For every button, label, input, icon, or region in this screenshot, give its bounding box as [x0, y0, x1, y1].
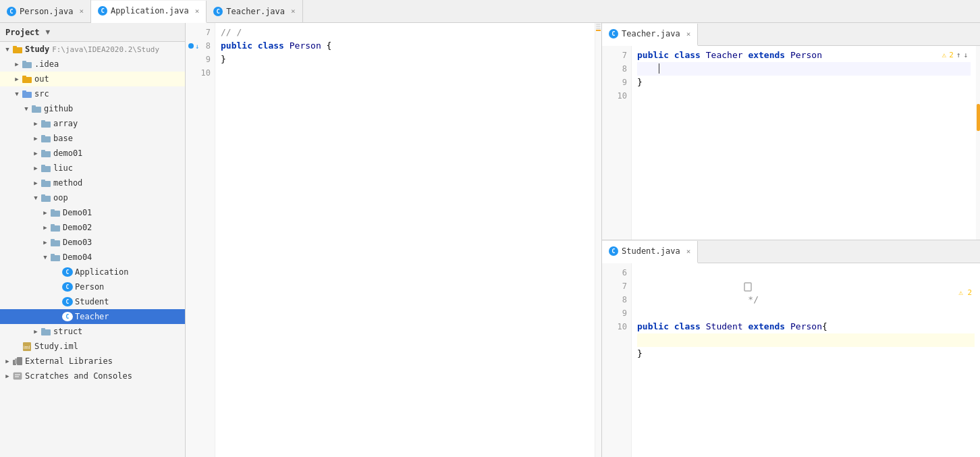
- tab-application[interactable]: C Application.java ×: [91, 1, 207, 23]
- svg-rect-12: [41, 136, 51, 142]
- person-line-7: // /: [221, 26, 589, 39]
- teacher-line-8: [637, 62, 971, 76]
- svg-rect-15: [41, 150, 45, 152]
- sidebar-item-github[interactable]: ▼ github: [0, 101, 185, 116]
- svg-rect-14: [41, 151, 51, 157]
- src-label: src: [34, 89, 49, 99]
- sidebar-item-struct[interactable]: ▶ struct: [0, 324, 185, 339]
- tab-teacher[interactable]: C Teacher.java ×: [207, 0, 302, 22]
- svg-rect-30: [41, 329, 51, 335]
- svg-rect-2: [22, 62, 32, 68]
- sidebar-item-out[interactable]: ▶ out: [0, 72, 185, 86]
- student-editor-content[interactable]: 6 7 8 9 10 */: [602, 263, 980, 457]
- scratches-icon: [12, 371, 23, 381]
- tab-teacher-inner[interactable]: C Teacher.java ×: [602, 24, 698, 46]
- tab-teacher-close[interactable]: ×: [291, 7, 296, 16]
- code-area-person: 7 ↓ 8 9 10 // / public class Person {: [186, 23, 601, 457]
- array-folder-icon: [40, 119, 51, 128]
- person-line-8: public class Person {: [221, 39, 589, 53]
- Demo02-folder-icon: [50, 223, 61, 232]
- github-label: github: [44, 104, 73, 113]
- student-ln-10: 10: [602, 320, 631, 333]
- student-warning-badge: ⚠ 2: [958, 286, 972, 300]
- teacher-scroll[interactable]: [976, 46, 980, 240]
- sidebar-item-Student[interactable]: ▶ C Student: [0, 294, 185, 309]
- sidebar-item-external-libraries[interactable]: ▶ External Libraries: [0, 354, 185, 369]
- Teacher-label: Teacher: [75, 312, 109, 321]
- editor-area: 7 ↓ 8 9 10 // / public class Person {: [186, 23, 980, 457]
- sidebar-item-demo01[interactable]: ▶ demo01: [0, 146, 185, 161]
- sidebar-item-Application[interactable]: ▶ C Application: [0, 265, 185, 279]
- teacher-line-numbers: 7 8 9 10: [602, 46, 632, 240]
- svg-text:iml: iml: [24, 345, 30, 350]
- method-arrow: ▶: [31, 180, 40, 186]
- github-arrow: ▼: [22, 105, 31, 112]
- minimap-line-1: [596, 24, 601, 25]
- study-arrow: ▼: [3, 46, 12, 53]
- sidebar-item-scratches[interactable]: ▶ Scratches and Consoles: [0, 369, 185, 383]
- sidebar-item-oop[interactable]: ▼ oop: [0, 190, 185, 205]
- method-folder-icon: [40, 178, 51, 188]
- sidebar-item-study[interactable]: ▼ Study F:\java\IDEA2020.2\Study: [0, 42, 185, 57]
- base-folder-icon: [40, 134, 51, 143]
- Student-label: Student: [75, 297, 109, 306]
- teacher-editor-content[interactable]: 7 8 9 10 public class Teacher extends Pe…: [602, 46, 980, 240]
- sidebar-item-Demo01[interactable]: ▶ Demo01: [0, 205, 185, 220]
- tab-student-inner[interactable]: C Student.java ×: [602, 241, 698, 263]
- person-minimap: [595, 23, 601, 457]
- sidebar-item-liuc[interactable]: ▶ liuc: [0, 161, 185, 176]
- sidebar-item-Teacher[interactable]: ▶ C Teacher: [0, 309, 185, 324]
- sidebar-item-study-iml[interactable]: ▶ iml Study.iml: [0, 339, 185, 354]
- svg-rect-1: [13, 46, 17, 48]
- teacher-inner-tab-icon: C: [609, 29, 618, 38]
- editor-content-person[interactable]: 7 ↓ 8 9 10 // / public class Person {: [186, 23, 601, 457]
- Demo01-folder-icon: [50, 208, 61, 217]
- teacher-down-arrow[interactable]: ↓: [963, 49, 968, 62]
- student-code[interactable]: */ ⚠ 2 public class Student extends Pers…: [632, 263, 980, 457]
- person-code[interactable]: // / public class Person { }: [215, 23, 595, 457]
- editor-split: 7 ↓ 8 9 10 // / public class Person {: [186, 23, 980, 457]
- student-inner-tab-close[interactable]: ×: [686, 247, 691, 256]
- teacher-tab-icon: C: [213, 7, 223, 16]
- teacher-scroll-marker: [977, 104, 980, 131]
- out-folder-icon: [22, 74, 32, 84]
- svg-rect-24: [51, 225, 60, 232]
- sidebar-item-Demo02[interactable]: ▶ Demo02: [0, 220, 185, 235]
- editor-pane-person: 7 ↓ 8 9 10 // / public class Person {: [186, 23, 602, 457]
- tab-person[interactable]: C Person.java ×: [0, 0, 91, 22]
- sidebar: Project ▼ ▼ Study F:\java\IDEA2020.2\Stu…: [0, 23, 186, 457]
- Demo02-arrow: ▶: [40, 224, 50, 231]
- teacher-code[interactable]: public class Teacher extends Person ⚠ 2 …: [632, 46, 976, 240]
- Demo01-label: Demo01: [63, 208, 92, 217]
- oop-label: oop: [53, 193, 68, 203]
- tab-person-close[interactable]: ×: [79, 7, 84, 16]
- teacher-inner-tab-close[interactable]: ×: [686, 30, 691, 38]
- sidebar-item-Person[interactable]: ▶ C Person: [0, 279, 185, 294]
- sidebar-item-Demo03[interactable]: ▶ Demo03: [0, 235, 185, 250]
- sidebar-item-method[interactable]: ▶ method: [0, 176, 185, 190]
- teacher-up-arrow[interactable]: ↑: [956, 49, 961, 62]
- Demo02-label: Demo02: [63, 223, 92, 232]
- person-tab-icon: C: [7, 7, 16, 16]
- student-code-area: 6 7 8 9 10 */: [602, 263, 980, 457]
- bookmark-icon: [743, 282, 753, 292]
- student-line-6: */ ⚠ 2: [637, 266, 975, 320]
- Person-label: Person: [75, 282, 104, 292]
- sidebar-item-src[interactable]: ▼ src: [0, 86, 185, 101]
- array-arrow: ▶: [31, 120, 40, 127]
- tab-application-close[interactable]: ×: [195, 7, 200, 16]
- sidebar-item-base[interactable]: ▶ base: [0, 131, 185, 146]
- svg-rect-26: [51, 240, 60, 246]
- tab-teacher-label: Teacher.java: [226, 7, 285, 16]
- idea-arrow: ▶: [12, 61, 22, 68]
- base-label: base: [53, 134, 73, 143]
- svg-rect-5: [22, 76, 26, 78]
- svg-rect-11: [41, 120, 45, 122]
- sidebar-item-array[interactable]: ▶ array: [0, 116, 185, 131]
- demo01-label: demo01: [53, 149, 82, 158]
- out-label: out: [34, 74, 49, 84]
- sidebar-item-Demo04[interactable]: ▼ Demo04: [0, 250, 185, 265]
- src-arrow: ▼: [12, 90, 22, 97]
- sidebar-item-idea[interactable]: ▶ .idea: [0, 57, 185, 72]
- Demo01-arrow: ▶: [40, 209, 50, 216]
